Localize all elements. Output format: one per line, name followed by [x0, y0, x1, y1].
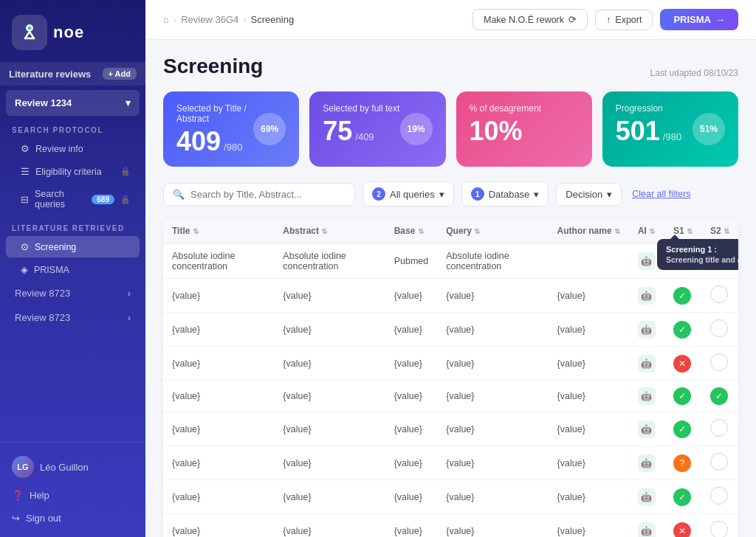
status-icon[interactable] [710, 453, 728, 471]
cell-ai: 🤖 [629, 313, 664, 347]
col-title[interactable]: Title ⇅ [163, 218, 274, 244]
logo-mark [12, 15, 47, 50]
ai-robot-icon: 🤖 [638, 488, 656, 506]
stat-sub: /409 [355, 131, 374, 142]
user-name: Léo Guillon [40, 462, 89, 473]
sidebar-item-prisma[interactable]: ◈ PRISMA [6, 259, 140, 280]
stat-label: Selected by Title / Abstract [176, 103, 253, 124]
status-icon[interactable] [710, 487, 728, 505]
status-icon[interactable] [710, 419, 728, 437]
col-author-name[interactable]: Author name ⇅ [549, 218, 629, 244]
filter-bar: 🔍 2 All queries ▾ 1 Database ▾ Decision … [163, 181, 738, 207]
status-icon[interactable]: ? [673, 454, 691, 472]
signout-icon: ↪ [12, 513, 20, 524]
stat-sub: /980 [663, 131, 681, 142]
cell-s1[interactable]: ✓ [664, 313, 701, 347]
sidebar-item-review-8723-1[interactable]: Review 8723 › [6, 282, 140, 305]
col-ai[interactable]: AI ⇅ [629, 218, 664, 244]
cell-s1[interactable]: ✕ [664, 347, 701, 381]
status-icon[interactable]: ✕ [673, 355, 691, 373]
search-box[interactable]: 🔍 [163, 183, 355, 206]
status-icon[interactable]: ✓ [673, 321, 691, 339]
review-label: Review 8723 [15, 288, 70, 299]
lock-icon: 🔒 [120, 167, 131, 176]
col-abstract[interactable]: Abstract ⇅ [274, 218, 385, 244]
home-icon[interactable]: ⌂ [163, 14, 169, 25]
status-icon[interactable] [710, 521, 728, 537]
all-queries-label: All queries [390, 189, 435, 200]
cell-s1[interactable]: ✓ [664, 244, 701, 279]
cell-author: {value} [549, 347, 629, 381]
sidebar-item-review-8723-2[interactable]: Review 8723 › [6, 306, 140, 329]
status-icon[interactable]: ✓ [673, 420, 691, 438]
table-row: {value} {value} {value} {value} {value} … [163, 480, 738, 514]
col-s1[interactable]: S1 ⇅ Screening 1 : Screening title and a… [664, 218, 701, 244]
ai-robot-icon: 🤖 [638, 287, 656, 305]
rework-button[interactable]: Make N.O.É rework ⟳ [472, 9, 588, 30]
col-query[interactable]: Query ⇅ [437, 218, 548, 244]
ai-status-icon: 🤖 [638, 252, 656, 270]
prisma-button[interactable]: PRISMA → [660, 9, 738, 30]
status-icon[interactable]: ✓ [673, 287, 691, 305]
status-icon[interactable]: ✕ [673, 522, 691, 538]
cell-s1[interactable]: ✓ [664, 412, 701, 446]
status-icon[interactable] [710, 285, 728, 303]
status-icon[interactable]: ✓ [710, 387, 728, 405]
sidebar-item-search-queries[interactable]: ⊟ Search queries 689 🔒 [6, 184, 140, 215]
help-item[interactable]: ❓ Help [0, 484, 145, 507]
sidebar-item-review-info[interactable]: ⚙ Review info [6, 138, 140, 159]
add-review-button[interactable]: + Add [103, 68, 137, 80]
table-row: {value} {value} {value} {value} {value} … [163, 412, 738, 446]
literature-retrieved-label: LITERATURE RETRIEVED [6, 221, 145, 235]
cell-s2[interactable] [701, 313, 738, 347]
cell-s2[interactable] [701, 347, 738, 381]
status-icon[interactable] [710, 353, 728, 371]
sidebar-item-label: PRISMA [34, 265, 69, 275]
cell-base: {value} [385, 279, 438, 313]
cell-s2[interactable]: ✓ [701, 381, 738, 412]
chevron-right-icon: › [128, 312, 131, 323]
status-icon[interactable]: ✓ [673, 387, 691, 405]
all-queries-filter[interactable]: 2 All queries ▾ [362, 181, 454, 207]
cell-author: {value} [549, 381, 629, 412]
decision-filter[interactable]: Decision ▾ [556, 183, 622, 206]
ai-robot-icon: 🤖 [638, 420, 656, 438]
cell-s2[interactable] [701, 480, 738, 514]
stat-card-progression: Progression 501 /980 51% [602, 91, 738, 167]
col-base[interactable]: Base ⇅ [385, 218, 438, 244]
signout-item[interactable]: ↪ Sign out [0, 507, 145, 530]
cell-s2[interactable] [701, 446, 738, 480]
database-label: Database [489, 189, 530, 200]
clear-filters-link[interactable]: Clear all filters [632, 189, 690, 199]
breadcrumb-review[interactable]: Review 36G4 [181, 14, 238, 25]
s1-status-icon[interactable]: ✓ [673, 252, 691, 270]
cell-ai: 🤖 [629, 412, 664, 446]
cell-s2[interactable] [701, 514, 738, 538]
cell-s1[interactable]: ✓ [664, 480, 701, 514]
cell-s1[interactable]: ✕ [664, 514, 701, 538]
status-icon[interactable]: ✓ [673, 488, 691, 506]
col-s2[interactable]: S2 ⇅ [701, 218, 738, 244]
ai-robot-icon: 🤖 [638, 387, 656, 405]
chevron-down-icon: ▾ [126, 97, 131, 108]
lock-icon-queries: 🔒 [120, 195, 131, 204]
user-profile[interactable]: LG Léo Guillon [0, 450, 145, 484]
cell-s2[interactable] [701, 279, 738, 313]
ai-robot-icon: 🤖 [638, 454, 656, 472]
sidebar-item-screening[interactable]: ⊙ Screening [6, 236, 140, 257]
cell-ai: 🤖 [629, 244, 664, 279]
export-button[interactable]: ↑ Export [595, 10, 653, 30]
sidebar-bottom: LG Léo Guillon ❓ Help ↪ Sign out [0, 442, 145, 537]
cell-s1[interactable]: ? [664, 446, 701, 480]
cell-s1[interactable]: ✓ [664, 279, 701, 313]
logo-svg [18, 21, 41, 44]
review-1234-header[interactable]: Review 1234 ▾ [6, 90, 140, 116]
cell-s2[interactable] [701, 244, 738, 279]
s2-status-icon[interactable] [710, 252, 728, 269]
database-filter[interactable]: 1 Database ▾ [461, 181, 549, 207]
status-icon[interactable] [710, 319, 728, 337]
cell-s1[interactable]: ✓ [664, 381, 701, 412]
search-input[interactable] [190, 189, 346, 200]
cell-s2[interactable] [701, 412, 738, 446]
sidebar-item-eligibility-criteria[interactable]: ☰ Eligibility criteria 🔒 [6, 161, 140, 182]
